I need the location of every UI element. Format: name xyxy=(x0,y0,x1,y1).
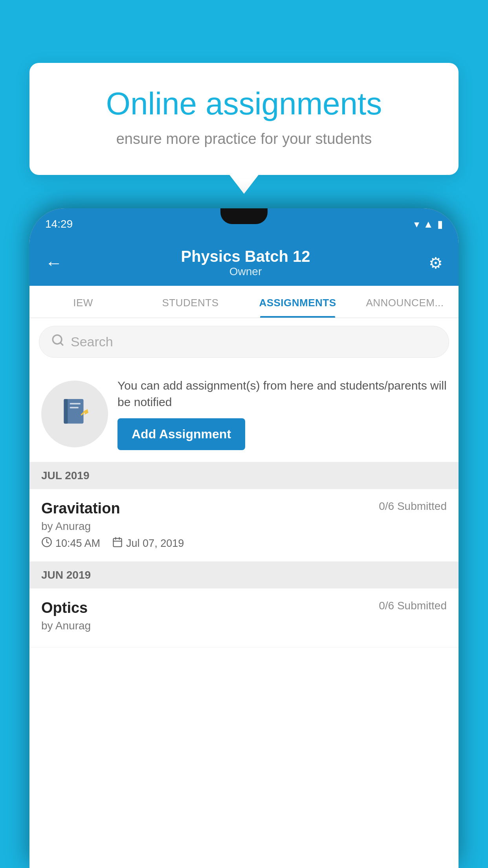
search-icon xyxy=(51,333,64,350)
clock-icon xyxy=(41,537,52,550)
phone-screen: Search xyxy=(29,318,459,868)
assignment-time-gravitation: 10:45 AM xyxy=(55,537,100,550)
tab-bar: IEW STUDENTS ASSIGNMENTS ANNOUNCEM... xyxy=(29,286,459,318)
search-placeholder: Search xyxy=(71,334,113,349)
tooltip-title: Online assignments xyxy=(57,86,431,121)
assignment-title-gravitation: Gravitation xyxy=(41,500,120,517)
svg-rect-9 xyxy=(114,539,122,547)
phone-inner: 14:29 ▾ ▲ ▮ ← Physics Batch 12 Owner ⚙ I… xyxy=(29,208,459,868)
signal-icon: ▲ xyxy=(423,218,433,230)
assignment-meta-gravitation: 10:45 AM Jul 07, 2019 xyxy=(41,537,447,550)
search-bar[interactable]: Search xyxy=(39,326,449,358)
search-container: Search xyxy=(29,318,459,366)
promo-box: You can add assignment(s) from here and … xyxy=(29,366,459,462)
assignment-item-gravitation[interactable]: Gravitation 0/6 Submitted by Anurag 10:4… xyxy=(29,489,459,562)
tooltip-card: Online assignments ensure more practice … xyxy=(29,63,459,175)
calendar-icon xyxy=(112,537,123,550)
tab-assignments[interactable]: ASSIGNMENTS xyxy=(244,286,351,318)
status-icons: ▾ ▲ ▮ xyxy=(414,218,443,230)
date-meta: Jul 07, 2019 xyxy=(112,537,184,550)
tab-iew[interactable]: IEW xyxy=(29,286,137,318)
assignment-row-top: Gravitation 0/6 Submitted xyxy=(41,500,447,517)
svg-line-1 xyxy=(61,343,63,345)
tooltip-subtitle: ensure more practice for your students xyxy=(57,131,431,147)
assignment-date-gravitation: Jul 07, 2019 xyxy=(126,537,184,550)
back-button[interactable]: ← xyxy=(45,253,62,273)
section-header-jul: JUL 2019 xyxy=(29,462,459,489)
svg-rect-5 xyxy=(70,407,79,408)
promo-description: You can add assignment(s) from here and … xyxy=(117,377,447,410)
notch xyxy=(220,208,268,224)
app-header: ← Physics Batch 12 Owner ⚙ xyxy=(29,240,459,286)
batch-subtitle: Owner xyxy=(181,265,310,278)
promo-text-block: You can add assignment(s) from here and … xyxy=(117,377,447,450)
assignment-submitted-gravitation: 0/6 Submitted xyxy=(379,500,447,513)
assignment-item-optics[interactable]: Optics 0/6 Submitted by Anurag xyxy=(29,588,459,647)
battery-icon: ▮ xyxy=(437,218,443,230)
assignment-icon-circle xyxy=(41,381,108,447)
status-bar: 14:29 ▾ ▲ ▮ xyxy=(29,208,459,240)
assignment-by-optics: by Anurag xyxy=(41,620,447,632)
add-assignment-button[interactable]: Add Assignment xyxy=(117,418,245,450)
time-meta: 10:45 AM xyxy=(41,537,100,550)
svg-rect-4 xyxy=(70,403,81,405)
assignment-row-top-optics: Optics 0/6 Submitted xyxy=(41,600,447,616)
tab-announcements[interactable]: ANNOUNCEM... xyxy=(351,286,459,318)
batch-title: Physics Batch 12 xyxy=(181,248,310,265)
header-title-block: Physics Batch 12 Owner xyxy=(181,248,310,278)
assignment-title-optics: Optics xyxy=(41,600,88,616)
svg-rect-3 xyxy=(64,399,68,424)
wifi-icon: ▾ xyxy=(414,218,419,230)
phone-frame: 14:29 ▾ ▲ ▮ ← Physics Batch 12 Owner ⚙ I… xyxy=(29,208,459,868)
assignment-submitted-optics: 0/6 Submitted xyxy=(379,600,447,612)
tab-students[interactable]: STUDENTS xyxy=(137,286,244,318)
notebook-icon xyxy=(59,395,90,433)
settings-button[interactable]: ⚙ xyxy=(429,254,443,272)
section-header-jun: JUN 2019 xyxy=(29,562,459,588)
status-time: 14:29 xyxy=(45,218,73,230)
assignment-by-gravitation: by Anurag xyxy=(41,520,447,533)
